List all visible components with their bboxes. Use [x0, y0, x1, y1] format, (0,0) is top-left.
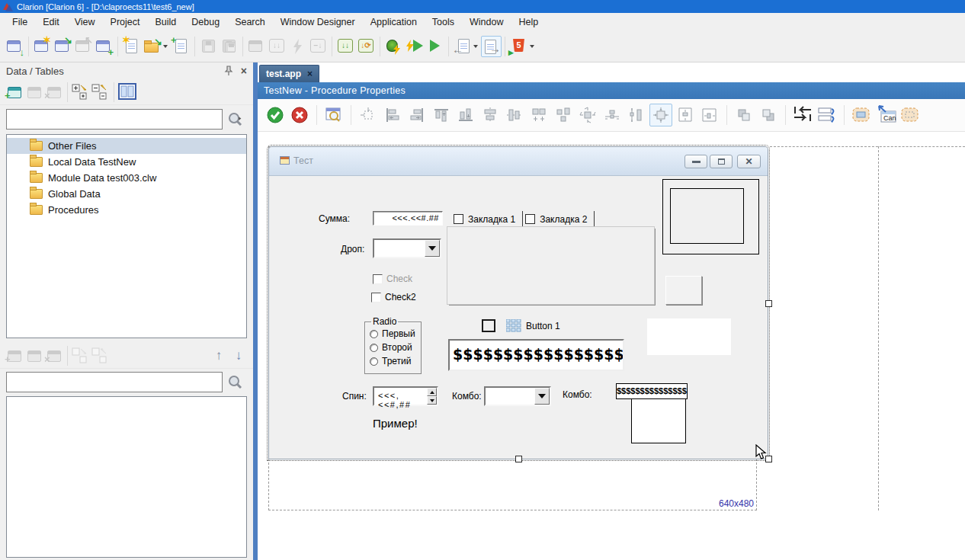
radio-vtoroi[interactable]: Второй: [370, 342, 421, 353]
combo1-label[interactable]: Комбо:: [452, 391, 482, 402]
html5-dropdown-icon[interactable]: [530, 45, 534, 48]
align-bottom-icon[interactable]: [454, 104, 477, 126]
bring-to-front-icon[interactable]: [733, 104, 755, 126]
radio-tretii[interactable]: Третий: [370, 356, 421, 366]
minimize-button[interactable]: [684, 155, 707, 168]
columns-list[interactable]: [6, 396, 247, 558]
menu-help[interactable]: Help: [511, 14, 547, 30]
menu-search[interactable]: Search: [227, 14, 273, 30]
list-body[interactable]: [631, 398, 686, 443]
tables-search-input[interactable]: [6, 109, 223, 130]
maximize-button[interactable]: [710, 155, 733, 168]
columns-search-icon[interactable]: [227, 374, 244, 391]
inner-box[interactable]: [670, 188, 744, 244]
columns-view-icon[interactable]: [117, 82, 137, 102]
generate-all-icon[interactable]: ↓↓: [335, 36, 356, 57]
tree-item-procedures[interactable]: Procedures: [7, 202, 246, 218]
designer-canvas[interactable]: 640x480 Тест ✕ Сумма: <<<.<<#.## Закладк…: [258, 133, 965, 560]
ungroup-controls-icon[interactable]: [899, 104, 922, 126]
designed-window[interactable]: Тест ✕ Сумма: <<<.<<#.## Закладка 1 Закл…: [268, 146, 768, 459]
menu-view[interactable]: View: [67, 14, 103, 30]
previous-page-dropdown-icon[interactable]: [473, 45, 478, 48]
tab-sheet[interactable]: [447, 226, 655, 305]
expand-all-icon[interactable]: [71, 82, 91, 102]
menu-tools[interactable]: Tools: [425, 14, 462, 30]
generate-current-icon[interactable]: ↓⟳: [356, 36, 377, 57]
menu-project[interactable]: Project: [103, 14, 148, 30]
menu-window-designer[interactable]: Window Designer: [273, 14, 363, 30]
align-right-icon[interactable]: [406, 104, 428, 126]
tree-item-module-data[interactable]: Module Data test003.clw: [7, 170, 246, 186]
tab-order-icon[interactable]: [791, 104, 814, 126]
columns-search-input[interactable]: [6, 372, 223, 392]
resize-handle-bottom[interactable]: [515, 456, 522, 462]
check2[interactable]: Check2: [371, 292, 416, 302]
html5-export-icon[interactable]: ▸: [508, 36, 529, 57]
tree-item-other-files[interactable]: Other Files: [7, 138, 246, 154]
close-button[interactable]: ✕: [737, 155, 761, 168]
menu-edit[interactable]: Edit: [35, 14, 67, 30]
spinner[interactable]: [427, 388, 437, 405]
sum-label[interactable]: Сумма:: [319, 213, 350, 224]
spin-up-icon[interactable]: [427, 388, 437, 396]
menu-build[interactable]: Build: [147, 14, 184, 30]
move-down-icon[interactable]: ↓: [229, 348, 248, 363]
previous-page-icon[interactable]: ←: [452, 36, 473, 57]
next-page-icon[interactable]: →: [481, 36, 502, 57]
list-header[interactable]: $$$$$$$$$$$$$$$: [616, 383, 688, 399]
center-in-window-vertical-icon[interactable]: [698, 104, 721, 126]
center-in-window-icon[interactable]: [674, 104, 697, 126]
tab-zakladka-2[interactable]: Закладка 2: [523, 211, 595, 227]
radio-pervyi[interactable]: Первый: [370, 328, 421, 339]
pin-icon[interactable]: [224, 66, 233, 76]
spin-down-icon[interactable]: [427, 396, 437, 405]
auto-tab-order-icon[interactable]: [816, 104, 838, 126]
group-controls-icon[interactable]: [850, 104, 873, 126]
resize-handle-right[interactable]: [765, 300, 772, 307]
collapse-all-icon[interactable]: [91, 82, 111, 102]
open-window-icon[interactable]: ↘: [53, 36, 73, 57]
align-left-icon[interactable]: [381, 104, 404, 126]
drop-combo-button[interactable]: [425, 240, 440, 257]
resize-to-fit-icon[interactable]: [576, 104, 599, 126]
preview-icon[interactable]: [322, 104, 345, 126]
check1[interactable]: Check: [373, 274, 412, 284]
open-file-icon[interactable]: ↘: [142, 36, 162, 57]
open-file-dropdown-icon[interactable]: [163, 45, 168, 48]
designed-window-titlebar[interactable]: Тест ✕: [269, 147, 768, 176]
send-to-back-icon[interactable]: [757, 104, 780, 126]
spread-vertical-icon[interactable]: [625, 104, 648, 126]
drop-combo[interactable]: [373, 238, 441, 258]
add-file-icon[interactable]: +: [171, 36, 191, 57]
run-icon[interactable]: [425, 36, 445, 57]
radio-group[interactable]: Radio Первый Второй Третий: [364, 316, 422, 374]
menu-application[interactable]: Application: [363, 14, 425, 30]
combo1-button[interactable]: [534, 388, 550, 405]
button1-label[interactable]: Button 1: [526, 321, 560, 331]
combo2-label[interactable]: Комбо:: [563, 389, 592, 400]
add-window-icon[interactable]: +: [94, 36, 114, 57]
tables-search-icon[interactable]: [227, 111, 244, 128]
add-table-icon[interactable]: +: [5, 82, 24, 102]
tree-item-local-data[interactable]: Local Data TestNew: [7, 154, 246, 170]
sum-entry[interactable]: <<<.<<#.##: [373, 211, 443, 226]
menu-window[interactable]: Window: [462, 14, 511, 30]
fit-to-window-icon[interactable]: [649, 104, 672, 126]
panel-box[interactable]: [665, 276, 702, 305]
dollar-entry[interactable]: $$$$$$$$$$$$$$$$$$$$: [448, 339, 624, 371]
tree-item-global-data[interactable]: Global Data: [7, 186, 246, 202]
tab-test-app[interactable]: test.app ×: [259, 65, 319, 82]
tab-zakladka-1[interactable]: Закладка 1: [451, 211, 523, 227]
spread-horizontal-icon[interactable]: [601, 104, 624, 126]
white-region[interactable]: [647, 318, 731, 355]
spin-entry[interactable]: <<<,<<#,##: [373, 386, 438, 406]
new-window-icon[interactable]: ✶: [32, 36, 53, 57]
same-width-icon[interactable]: [527, 104, 550, 126]
snap-to-grid-icon[interactable]: [357, 104, 380, 126]
can-export-icon[interactable]: Can: [874, 104, 897, 126]
close-panel-icon[interactable]: ×: [241, 65, 247, 77]
generate-app-icon[interactable]: ↓: [5, 36, 25, 57]
menu-file[interactable]: File: [5, 14, 35, 30]
run-with-debug-icon[interactable]: [404, 36, 425, 57]
menu-debug[interactable]: Debug: [184, 14, 227, 30]
